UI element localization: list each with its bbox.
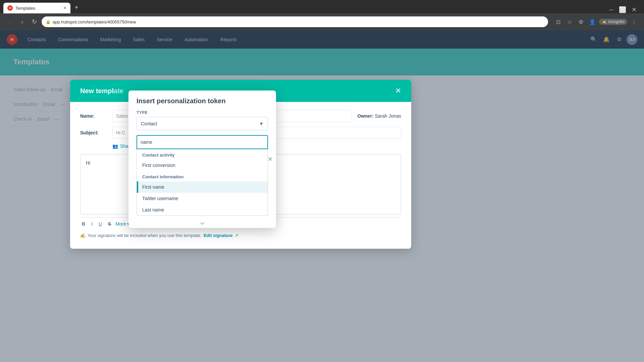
owner-value: Sarah Jonas [375,113,401,119]
browser-chrome: H Templates × + ─ ⬜ ✕ ‹ › ↻ 🔒 app.hubspo… [0,0,644,30]
cast-icon[interactable]: ⊡ [553,17,563,26]
close-new-template-btn[interactable]: ✕ [395,86,401,95]
browser-menu-btn[interactable]: ⋮ [629,17,639,26]
incognito-label: Incognito [608,19,625,24]
type-label: Type [137,110,268,115]
window-minimize-btn[interactable]: ─ [609,6,613,13]
signature-notice: ✍ Your signature will be included when y… [80,230,401,241]
italic-btn[interactable]: I [90,220,94,228]
token-item-first-name[interactable]: First name [137,181,268,193]
tab-favicon: H [7,5,13,11]
profile-icon[interactable]: 👤 [588,17,597,26]
bold-btn[interactable]: B [80,220,87,228]
modal-pointer [128,221,276,228]
name-label: Name: [80,113,107,119]
more-dropdown-btn[interactable]: More ▾ [115,221,129,227]
tab-close-btn[interactable]: × [63,5,66,11]
hubspot-app: H Contacts Conversations Marketing Sales… [0,30,644,362]
search-wrapper: ✕ [137,135,268,149]
underline-btn[interactable]: U [97,220,104,228]
owner-display: Owner: Sarah Jonas [357,113,401,119]
forward-btn[interactable]: › [17,17,27,26]
nav-icons: ⊡ ☆ ⚙ 👤 🕵 Incognito ⋮ [553,17,639,26]
window-maximize-btn[interactable]: ⬜ [619,6,626,13]
search-clear-btn[interactable]: ✕ [268,156,273,163]
token-item-last-name[interactable]: Last name [137,204,268,216]
address-text: app.hubspot.com/templates/40055750/new [53,19,544,24]
back-btn[interactable]: ‹ [5,17,15,26]
selected-indicator [137,181,138,193]
new-template-title: New template [80,87,123,95]
new-tab-btn[interactable]: + [72,3,81,12]
people-icon: 👥 [112,143,118,149]
token-modal-title: Insert personalization token [137,97,268,105]
browser-nav: ‹ › ↻ 🔒 app.hubspot.com/templates/400557… [0,13,644,30]
signature-text: Your signature will be included when you… [88,233,202,238]
refresh-btn[interactable]: ↻ [30,17,39,26]
section-contact-activity: Contact activity [137,149,268,160]
search-input[interactable] [141,136,264,148]
type-chevron-icon: ▼ [259,121,264,126]
external-link-icon: ↗ [235,233,238,238]
tab-title: Templates [15,6,61,11]
window-close-btn[interactable]: ✕ [632,6,637,13]
lock-icon: 🔒 [46,19,51,24]
token-modal: Insert personalization token Type Contac… [128,90,276,228]
strikethrough-btn[interactable]: S̶ [106,220,113,228]
type-value: Contact [141,121,157,126]
browser-tab-bar: H Templates × + ─ ⬜ ✕ [0,0,644,13]
token-modal-header: Insert personalization token Type Contac… [128,90,276,130]
incognito-btn: 🕵 Incognito [599,19,627,25]
incognito-icon: 🕵 [602,19,607,24]
type-select[interactable]: Contact ▼ [137,117,268,130]
edit-signature-link[interactable]: Edit signature [204,233,233,238]
token-item-twitter-username[interactable]: Twitter username [137,193,268,204]
signature-icon: ✍ [80,233,86,238]
owner-label: Owner: [357,113,375,119]
token-item-first-conversion[interactable]: First conversion [137,160,268,171]
address-bar[interactable]: 🔒 app.hubspot.com/templates/40055750/new [42,16,548,27]
bookmark-icon[interactable]: ☆ [565,17,574,26]
editor-text: Hi [86,160,90,166]
browser-tab[interactable]: H Templates × [3,3,70,13]
extension-icon[interactable]: ⚙ [576,17,586,26]
pointer-triangle [200,223,205,225]
more-label: More [115,221,126,227]
section-contact-information: Contact information [137,171,268,181]
subject-label: Subject: [80,130,107,135]
token-dropdown-list: Contact activity First conversion Contac… [137,149,268,216]
